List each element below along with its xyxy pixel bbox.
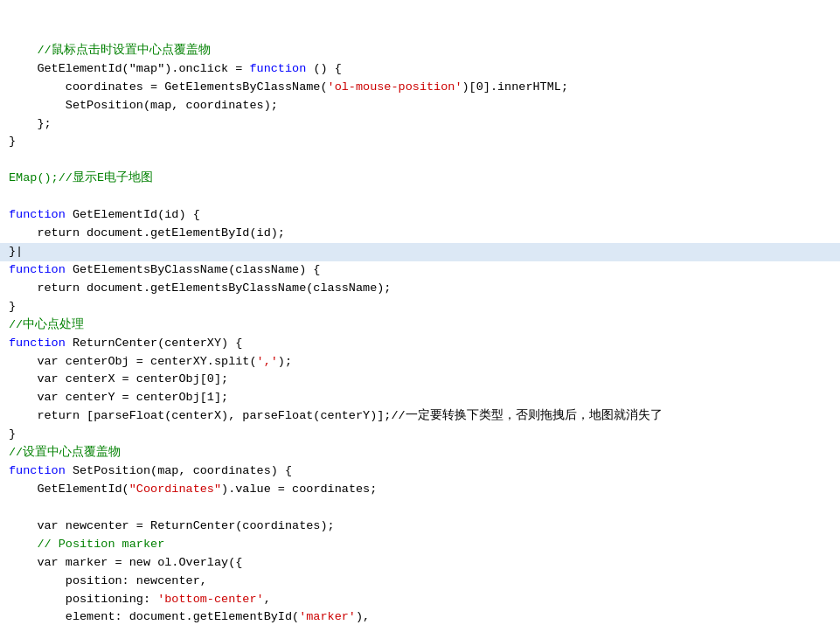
code-line: SetPosition(map, coordinates); [0,97,840,115]
code-line: GetElementId("map").onclick = function (… [0,60,840,79]
code-line: function GetElementsByClassName(classNam… [0,261,840,280]
code-line: GetElementId("Coordinates").value = coor… [0,481,840,499]
code-line: function ReturnCenter(centerXY) { [0,335,840,353]
code-line [0,499,840,517]
code-line: coordinates = GetElementsByClassName('ol… [0,79,840,97]
code-line [0,151,840,170]
code-line: EMap();//显示E电子地图 [0,170,840,188]
code-line: }; [0,115,840,134]
code-line: position: newcenter, [0,573,840,591]
code-line: } [0,426,840,444]
code-line: //鼠标点击时设置中心点覆盖物 [0,42,840,60]
code-line: element: document.getElementById('marker… [0,608,840,625]
code-line [0,188,840,206]
code-line: //中心点处理 [0,316,840,335]
code-editor: //鼠标点击时设置中心点覆盖物 GetElementId("map").oncl… [0,0,840,625]
code-line: var newcenter = ReturnCenter(coordinates… [0,517,840,536]
code-line: var centerY = centerObj[1]; [0,389,840,407]
code-line: positioning: 'bottom-center', [0,591,840,609]
code-line: var marker = new ol.Overlay({ [0,554,840,573]
code-line: // Position marker [0,536,840,554]
code-line: } [0,298,840,316]
code-line: return document.getElementsByClassName(c… [0,280,840,298]
code-line: return [parseFloat(centerX), parseFloat(… [0,407,840,426]
code-line: }| [0,243,840,261]
code-line: } [0,133,840,151]
code-line: function GetElementId(id) { [0,206,840,225]
code-line: function SetPosition(map, coordinates) { [0,462,840,481]
code-line: var centerObj = centerXY.split(','); [0,353,840,372]
code-block: //鼠标点击时设置中心点覆盖物 GetElementId("map").oncl… [0,0,840,625]
code-line: //设置中心点覆盖物 [0,444,840,462]
code-line: var centerX = centerObj[0]; [0,371,840,389]
code-line: return document.getElementById(id); [0,225,840,243]
